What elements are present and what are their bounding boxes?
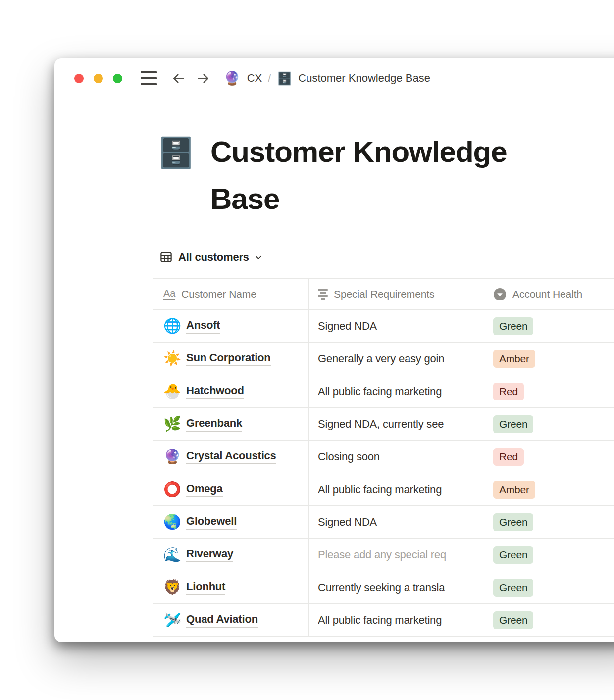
text-property-icon — [318, 289, 328, 300]
customer-name-link[interactable]: Lionhut — [186, 580, 225, 595]
account-health-cell[interactable]: Green — [485, 408, 614, 440]
account-health-cell[interactable]: Amber — [485, 473, 614, 505]
account-health-cell[interactable]: Red — [485, 441, 614, 473]
column-header-special-requirements[interactable]: Special Requirements — [308, 279, 485, 309]
special-requirements-cell[interactable]: Currently seeking a transla — [308, 571, 485, 603]
special-requirements-cell[interactable]: All public facing marketing — [308, 473, 485, 505]
breadcrumb-separator: / — [268, 72, 271, 84]
back-arrow-icon[interactable] — [171, 71, 186, 86]
customer-name-link[interactable]: Hatchwood — [186, 384, 244, 399]
customers-table: Aa Customer Name Special Requirements Ac… — [154, 278, 614, 637]
customer-name-cell[interactable]: ☀️ Sun Corporation — [154, 343, 308, 375]
special-requirements-cell[interactable]: Signed NDA — [308, 310, 485, 342]
breadcrumb-workspace[interactable]: CX — [247, 72, 262, 85]
account-health-cell[interactable]: Green — [485, 604, 614, 636]
customer-name-cell[interactable]: 🦁 Lionhut — [154, 571, 308, 603]
account-health-cell[interactable]: Amber — [485, 343, 614, 375]
sidebar-menu-icon[interactable] — [141, 71, 157, 85]
special-requirements-text: Signed NDA — [318, 516, 377, 529]
customer-icon: 🌐 — [163, 319, 180, 333]
page-content: 🗄️ Customer Knowledge Base All customers… — [54, 137, 614, 637]
workspace-icon: 🔮 — [224, 72, 241, 85]
special-requirements-cell[interactable]: Signed NDA — [308, 506, 485, 538]
customer-name-cell[interactable]: 🌿 Greenbank — [154, 408, 308, 440]
minimize-window-button[interactable] — [94, 74, 103, 83]
close-window-button[interactable] — [74, 74, 84, 83]
page-icon[interactable]: 🗄️ — [157, 137, 195, 169]
breadcrumb-page-icon: 🗄️ — [277, 72, 292, 85]
special-requirements-text: All public facing marketing — [318, 385, 442, 398]
health-badge: Red — [493, 448, 524, 466]
customer-icon: ⭕ — [163, 482, 180, 497]
column-header-label: Account Health — [512, 288, 582, 300]
column-header-account-health[interactable]: Account Health — [485, 279, 614, 309]
table-row: ⭕ Omega All public facing marketing Ambe… — [154, 473, 614, 506]
app-window: 🔮 CX / 🗄️ Customer Knowledge Base 🗄️ Cus… — [54, 58, 614, 642]
customer-name-cell[interactable]: 🌏 Globewell — [154, 506, 308, 538]
special-requirements-cell[interactable]: All public facing marketing — [308, 604, 485, 636]
column-header-customer-name[interactable]: Aa Customer Name — [154, 279, 308, 309]
customer-name-link[interactable]: Ansoft — [186, 319, 220, 334]
customer-icon: 🛩️ — [163, 613, 180, 627]
customer-name-cell[interactable]: 🔮 Crystal Acoustics — [154, 441, 308, 473]
customer-icon: 🔮 — [163, 450, 180, 464]
table-row: 🦁 Lionhut Currently seeking a transla Gr… — [154, 571, 614, 604]
account-health-cell[interactable]: Green — [485, 310, 614, 342]
view-selector[interactable]: All customers — [159, 250, 614, 264]
customer-name-cell[interactable]: 🌊 Riverway — [154, 539, 308, 571]
health-badge: Green — [493, 317, 533, 335]
table-view-icon — [159, 250, 173, 264]
table-row: 🌿 Greenbank Signed NDA, currently see Gr… — [154, 408, 614, 441]
account-health-cell[interactable]: Green — [485, 571, 614, 603]
special-requirements-cell[interactable]: Please add any special req — [308, 539, 485, 571]
zoom-window-button[interactable] — [113, 74, 122, 83]
table-row: 🌊 Riverway Please add any special req Gr… — [154, 539, 614, 571]
special-requirements-text: All public facing marketing — [318, 483, 442, 496]
select-property-icon — [493, 288, 507, 301]
customer-name-cell[interactable]: 🌐 Ansoft — [154, 310, 308, 342]
table-row: 🔮 Crystal Acoustics Closing soon Red — [154, 441, 614, 473]
forward-arrow-icon[interactable] — [196, 71, 210, 86]
special-requirements-cell[interactable]: Generally a very easy goin — [308, 343, 485, 375]
customer-icon: 🌿 — [163, 417, 180, 431]
health-badge: Green — [493, 579, 533, 597]
customer-name-link[interactable]: Sun Corporation — [186, 351, 271, 366]
special-requirements-text: Currently seeking a transla — [318, 581, 445, 594]
customer-icon: ☀️ — [163, 351, 180, 366]
customer-name-link[interactable]: Quad Aviation — [186, 613, 258, 628]
account-health-cell[interactable]: Green — [485, 506, 614, 538]
customer-name-link[interactable]: Omega — [186, 482, 223, 497]
page-title-block: 🗄️ Customer Knowledge Base — [157, 137, 614, 222]
special-requirements-cell[interactable]: All public facing marketing — [308, 375, 485, 407]
health-badge: Green — [493, 546, 533, 564]
special-requirements-text: Signed NDA — [318, 320, 377, 333]
account-health-cell[interactable]: Red — [485, 375, 614, 407]
breadcrumb-page[interactable]: Customer Knowledge Base — [298, 72, 430, 85]
table-row: ☀️ Sun Corporation Generally a very easy… — [154, 343, 614, 375]
special-requirements-text: All public facing marketing — [318, 614, 442, 627]
chevron-down-icon — [254, 252, 263, 262]
customer-name-cell[interactable]: 🐣 Hatchwood — [154, 375, 308, 407]
table-row: 🌐 Ansoft Signed NDA Green — [154, 310, 614, 343]
customer-icon: 🦁 — [163, 580, 180, 595]
table-header-row: Aa Customer Name Special Requirements Ac… — [154, 278, 614, 310]
customer-name-link[interactable]: Greenbank — [186, 417, 242, 432]
title-property-icon: Aa — [163, 288, 175, 300]
special-requirements-cell[interactable]: Signed NDA, currently see — [308, 408, 485, 440]
page-title[interactable]: Customer Knowledge Base — [210, 128, 522, 222]
health-badge: Green — [493, 611, 533, 629]
column-header-label: Customer Name — [181, 288, 256, 300]
account-health-cell[interactable]: Green — [485, 539, 614, 571]
customer-icon: 🌏 — [163, 515, 180, 529]
column-header-label: Special Requirements — [334, 288, 434, 300]
customer-name-cell[interactable]: ⭕ Omega — [154, 473, 308, 505]
breadcrumb: 🔮 CX / 🗄️ Customer Knowledge Base — [224, 72, 430, 85]
special-requirements-text: Signed NDA, currently see — [318, 418, 444, 431]
customer-name-link[interactable]: Globewell — [186, 515, 237, 530]
table-row: 🛩️ Quad Aviation All public facing marke… — [154, 604, 614, 637]
customer-name-link[interactable]: Crystal Acoustics — [186, 450, 276, 464]
special-requirements-cell[interactable]: Closing soon — [308, 441, 485, 473]
health-badge: Amber — [493, 350, 535, 368]
customer-name-cell[interactable]: 🛩️ Quad Aviation — [154, 604, 308, 636]
customer-name-link[interactable]: Riverway — [186, 548, 233, 562]
